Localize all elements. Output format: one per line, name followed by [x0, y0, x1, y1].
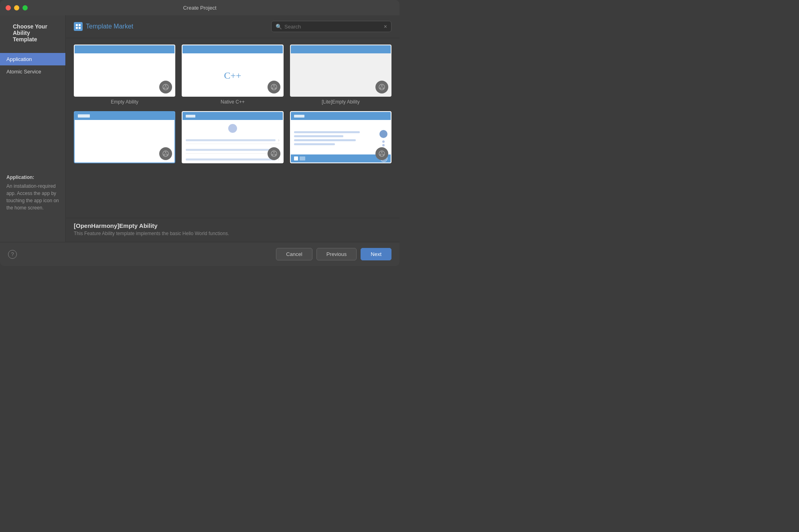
template-card-list[interactable]: › › › ›	[182, 111, 283, 163]
content-area: Template Market 🔍 ×	[66, 15, 400, 242]
template-card-empty-ability[interactable]: Empty Ability	[74, 45, 175, 105]
selected-template-description: This Feature Ability template implements…	[74, 231, 391, 236]
template-thumb-native-cpp[interactable]: C++	[182, 45, 283, 97]
badge-native-cpp	[268, 81, 280, 93]
search-input[interactable]	[284, 24, 381, 30]
bottom-bar: ? Cancel Previous Next	[0, 242, 400, 266]
search-box[interactable]: 🔍 ×	[271, 21, 391, 32]
next-button[interactable]: Next	[361, 248, 391, 260]
svg-line-9	[166, 86, 167, 88]
svg-point-26	[165, 152, 166, 153]
search-clear-button[interactable]: ×	[384, 23, 387, 30]
svg-rect-3	[79, 27, 81, 29]
badge-lite-empty	[375, 81, 388, 93]
badge-list	[268, 147, 280, 160]
main-container: Choose Your Ability Template Application…	[0, 15, 400, 242]
cancel-button[interactable]: Cancel	[276, 248, 312, 260]
title-bar: Create Project	[0, 0, 400, 15]
svg-point-19	[381, 85, 382, 86]
cpp-icon: C++	[224, 70, 241, 81]
svg-line-29	[164, 153, 166, 154]
template-label-empty-ability: Empty Ability	[111, 99, 138, 105]
template-thumb-list[interactable]: › › › ›	[182, 111, 283, 163]
window-title: Create Project	[183, 5, 216, 11]
template-thumb-settings[interactable]: ○	[290, 111, 391, 163]
svg-line-15	[272, 86, 274, 88]
sidebar-desc-title: Application:	[6, 175, 59, 180]
template-thumb-empty-ability[interactable]	[74, 45, 175, 97]
template-card-lite-empty[interactable]: [Lite]Empty Ability	[290, 45, 391, 105]
template-card-oh-empty[interactable]	[74, 111, 175, 163]
template-label-native-cpp: Native C++	[221, 99, 245, 105]
template-card-native-cpp[interactable]: C++ Native C++	[182, 45, 283, 105]
maximize-button[interactable]	[22, 5, 28, 10]
svg-rect-1	[79, 24, 81, 26]
sidebar-item-atomic-service[interactable]: Atomic Service	[0, 65, 65, 78]
sidebar-desc-body: An installation-required app. Access the…	[6, 183, 59, 211]
svg-line-8	[164, 86, 166, 88]
svg-line-30	[166, 153, 167, 154]
search-icon: 🔍	[276, 24, 282, 30]
svg-rect-0	[76, 24, 78, 26]
template-market-title: Template Market	[74, 22, 133, 31]
svg-line-22	[380, 86, 382, 88]
sidebar: Choose Your Ability Template Application…	[0, 15, 66, 242]
minimize-button[interactable]	[14, 5, 19, 10]
window-controls[interactable]	[6, 5, 28, 10]
selected-template-info: [OpenHarmony]Empty Ability This Feature …	[66, 218, 400, 242]
help-button[interactable]: ?	[8, 250, 17, 259]
svg-line-16	[274, 86, 276, 88]
previous-button[interactable]: Previous	[316, 248, 357, 260]
svg-point-12	[273, 85, 274, 86]
template-thumb-oh-empty[interactable]	[74, 111, 175, 163]
svg-line-43	[380, 153, 382, 154]
selected-template-name: [OpenHarmony]Empty Ability	[74, 222, 391, 229]
svg-point-5	[165, 85, 166, 86]
svg-line-23	[382, 86, 383, 88]
templates-grid: Empty Ability C++	[66, 38, 400, 218]
svg-point-33	[273, 152, 274, 153]
svg-rect-2	[76, 27, 78, 29]
template-label-lite-empty: [Lite]Empty Ability	[322, 99, 360, 105]
sidebar-heading: Choose Your Ability Template	[6, 23, 59, 49]
svg-line-37	[274, 153, 276, 154]
sidebar-item-application[interactable]: Application	[0, 53, 65, 65]
template-market-label: Template Market	[86, 23, 133, 30]
svg-line-44	[382, 153, 383, 154]
badge-settings	[375, 147, 388, 160]
market-icon	[74, 22, 83, 31]
template-card-settings[interactable]: ○	[290, 111, 391, 163]
svg-point-40	[381, 152, 382, 153]
close-button[interactable]	[6, 5, 11, 10]
sidebar-description: Application: An installation-required ap…	[0, 168, 66, 218]
content-header: Template Market 🔍 ×	[66, 15, 400, 38]
bottom-buttons: Cancel Previous Next	[276, 248, 391, 260]
svg-line-36	[272, 153, 274, 154]
template-thumb-lite-empty[interactable]	[290, 45, 391, 97]
